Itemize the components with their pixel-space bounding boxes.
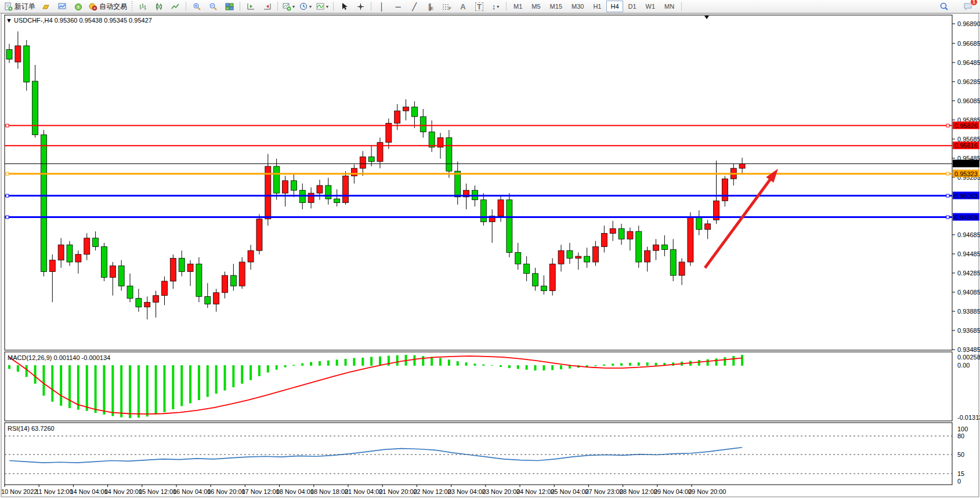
zoom-in-button[interactable] xyxy=(189,0,204,13)
arrows-button[interactable]: ↕▾ xyxy=(488,0,503,13)
candlestick xyxy=(549,264,555,290)
timeframe-MN[interactable]: MN xyxy=(660,1,678,12)
text-label-button[interactable]: T xyxy=(472,0,487,13)
price-axis-label: 0.93485 xyxy=(957,346,980,353)
line-handle[interactable] xyxy=(946,172,949,175)
search-button[interactable] xyxy=(936,0,952,13)
candlestick xyxy=(317,186,323,193)
time-axis-label: 16 Nov 04:00 xyxy=(173,488,211,495)
timeframe-M15[interactable]: M15 xyxy=(546,1,566,12)
crosshair-icon xyxy=(356,2,365,11)
rsi-level-0: 0 xyxy=(957,478,961,485)
macd-axis-max: 0.002587 xyxy=(957,354,980,361)
toolbar-separator xyxy=(277,2,278,11)
candlestick xyxy=(610,228,616,233)
crosshair-button[interactable] xyxy=(353,0,368,13)
time-axis-label: 23 Nov 04:00 xyxy=(448,488,486,495)
chart-autoscroll-icon xyxy=(263,2,272,11)
candlestick xyxy=(187,264,193,271)
time-axis-label: 10 Nov 2022 xyxy=(1,488,37,495)
new-chart-icon xyxy=(283,2,291,11)
tile-windows-button[interactable] xyxy=(222,0,237,13)
candlestick xyxy=(58,245,64,260)
line-chart-button[interactable] xyxy=(168,0,183,13)
candlestick xyxy=(395,111,400,123)
market-watch-button[interactable] xyxy=(55,0,70,13)
time-axis-label: 14 Nov 20:00 xyxy=(104,488,142,495)
arrows-icon: ↕ xyxy=(492,3,496,10)
market-watch-icon xyxy=(58,2,67,11)
bar-chart-button[interactable] xyxy=(135,0,150,13)
candlestick xyxy=(636,231,642,262)
line-handle[interactable] xyxy=(6,172,9,175)
fibonacci-button[interactable]: F xyxy=(439,0,454,13)
timeframe-M1[interactable]: M1 xyxy=(509,1,526,12)
candlestick xyxy=(705,224,711,230)
new-order-button[interactable]: 新订单 xyxy=(2,0,37,13)
auto-trading-button[interactable]: 自动交易 xyxy=(87,0,129,13)
auto-trading-label: 自动交易 xyxy=(99,2,127,12)
line-handle[interactable] xyxy=(946,216,949,219)
timeframe-D1[interactable]: D1 xyxy=(624,1,641,12)
price-axis-label: 0.96085 xyxy=(957,97,980,104)
toolbar-separator xyxy=(186,2,186,11)
macd-label: MACD(12,26,9) 0.001140 -0.000134 xyxy=(8,354,110,361)
line-handle[interactable] xyxy=(946,194,949,197)
main-toolbar: 新订单 自动交易 ▾ ▾ xyxy=(0,0,980,13)
chart-shift-button[interactable] xyxy=(243,0,258,13)
vertical-line-button[interactable]: │ xyxy=(374,0,389,13)
line-handle[interactable] xyxy=(6,124,9,127)
chevron-down-icon: ▾ xyxy=(326,4,328,9)
timeframe-W1[interactable]: W1 xyxy=(642,1,660,12)
candlestick xyxy=(455,171,461,197)
periods-button[interactable]: ▾ xyxy=(298,0,313,13)
candlestick xyxy=(334,199,340,203)
candlestick xyxy=(351,168,357,176)
new-order-label: 新订单 xyxy=(15,2,35,12)
chart-autoscroll-button[interactable] xyxy=(259,0,274,13)
candlestick xyxy=(67,245,73,262)
line-handle[interactable] xyxy=(6,194,9,197)
collapse-indicator[interactable]: ▼ xyxy=(6,17,12,24)
candlestick xyxy=(627,231,633,239)
price-tag-label: 0.95093 xyxy=(954,192,978,199)
timeframe-H1[interactable]: H1 xyxy=(589,1,605,12)
price-tag-label: 0.95427 xyxy=(954,160,978,167)
price-axis-label: 0.96685 xyxy=(957,40,980,47)
candlestick xyxy=(420,117,426,132)
chat-button[interactable]: 1 xyxy=(960,0,975,13)
price-axis-label: 0.96890 xyxy=(957,20,980,27)
candlestick xyxy=(6,50,12,60)
horizontal-line-button[interactable]: ─ xyxy=(390,0,406,13)
chart-shift-icon xyxy=(247,2,255,11)
trendline-icon: ╱ xyxy=(412,3,417,10)
candlestick xyxy=(127,286,133,298)
candlestick xyxy=(619,228,624,239)
indicators-button[interactable]: ▾ xyxy=(314,0,330,13)
timeframe-M30[interactable]: M30 xyxy=(567,1,588,12)
zoom-out-button[interactable] xyxy=(205,0,220,13)
profiles-button[interactable] xyxy=(38,0,53,13)
price-axis-label: 0.94685 xyxy=(957,231,980,238)
equidistant-channel-button[interactable]: ∥E xyxy=(423,0,438,13)
candlestick xyxy=(411,107,417,117)
trendline-button[interactable]: ╱ xyxy=(407,0,422,13)
time-axis-label: 15 Nov 12:00 xyxy=(139,488,176,495)
line-handle[interactable] xyxy=(946,124,949,127)
line-handle[interactable] xyxy=(6,216,9,219)
cursor-button[interactable] xyxy=(337,0,352,13)
timeframe-H4[interactable]: H4 xyxy=(606,1,623,12)
price-axis-label: 0.94085 xyxy=(957,289,980,296)
candlestick xyxy=(214,293,219,304)
timeframe-M5[interactable]: M5 xyxy=(527,1,544,12)
time-axis-label: 29 Nov 04:00 xyxy=(654,488,692,495)
candlestick-chart-button[interactable] xyxy=(151,0,167,13)
candlestick xyxy=(446,137,452,171)
new-chart-button[interactable]: ▾ xyxy=(281,0,296,13)
toolbar-separator xyxy=(240,2,240,11)
candlestick xyxy=(196,264,202,296)
candlestick xyxy=(601,233,607,246)
candlestick xyxy=(661,245,667,249)
signals-button[interactable] xyxy=(71,0,86,13)
text-button[interactable]: A xyxy=(455,0,471,13)
